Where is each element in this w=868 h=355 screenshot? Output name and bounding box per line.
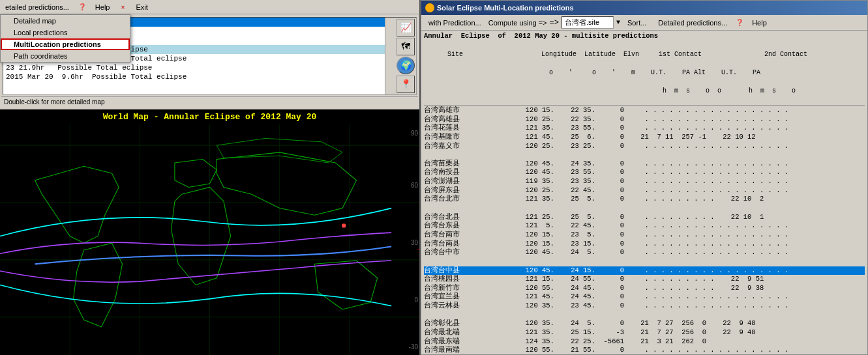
solar-icon [425, 3, 434, 12]
data-row-南投县[interactable]: 台湾南投县 120 45. 23 55. 0 . . . . . . . . .… [424, 168, 865, 177]
data-row-基隆市[interactable]: 台湾基隆市 121 45. 25 6. 0 21 7 11 257 -1 22 … [424, 133, 865, 142]
result-row[interactable]: 23 21.9hr Possible Total eclipse [3, 63, 385, 72]
svg-point-11 [342, 223, 346, 227]
data-row-彰化县[interactable]: 台湾彰化县 120 35. 24 5. 0 21 7 27 256 0 22 9… [424, 319, 865, 328]
data-header-title: Annular Eclipse of 2012 May 20 - multisi… [424, 32, 865, 40]
dropdown-local-predictions[interactable]: Local predictions [1, 27, 130, 38]
map-button[interactable]: 🗺 [397, 38, 415, 55]
map-title: World Map - Annular Eclipse of 2012 May … [0, 109, 419, 124]
right-menu-prediction[interactable]: with Prediction... [424, 17, 486, 29]
menu-exit[interactable]: Exit [133, 3, 150, 12]
site-selector[interactable]: 台湾省.site [561, 16, 614, 29]
data-row-台南市[interactable]: 台湾台南市 120 15. 23 5. 0 . . . . . . . . . … [424, 231, 865, 240]
world-map-svg [0, 124, 419, 355]
right-panel-title: Solar Eclipse Multi-Location predictions [437, 4, 574, 12]
data-spacer-4 [424, 311, 865, 320]
data-row-嘉义市[interactable]: 台湾嘉义市 120 25. 23 25. 0 . . . . . . . . .… [424, 142, 865, 151]
dropdown-multilocation[interactable]: MultiLocation predictions [1, 38, 130, 50]
dropdown-path-coordinates[interactable]: Path coordinates [1, 50, 130, 62]
data-row-高雄县[interactable]: 台湾高雄县 120 25. 22 35. 0 . . . . . . . . .… [424, 115, 865, 124]
status-bar: Double-click for more detailed map [1, 96, 418, 108]
lat-90: 90 [411, 130, 418, 137]
data-row-屏东县[interactable]: 台湾屏东县 120 25. 22 45. 0 . . . . . . . . .… [424, 186, 865, 195]
data-row-最北端[interactable]: 台湾最北端 121 35. 25 15. -3 21 7 27 256 0 22… [424, 328, 865, 337]
data-row-花莲县[interactable]: 台湾花莲县 121 35. 23 55. 0 . . . . . . . . .… [424, 124, 865, 133]
menu-bar: etailed predictions... ❓ Help ✕ Exit [0, 0, 419, 14]
chart-button[interactable]: 📈 [397, 19, 415, 36]
right-menu-sort[interactable]: Sort... [623, 17, 651, 29]
right-title-bar: Solar Eclipse Multi-Location predictions [421, 1, 867, 15]
data-row-新竹市[interactable]: 台湾新竹市 120 55. 24 45. 0 . . . . . . . . .… [424, 284, 865, 293]
help-icon: ❓ [77, 2, 87, 12]
compute-arrow: => [550, 18, 559, 27]
data-spacer-3 [424, 257, 865, 266]
column-headers: Site Longitude Latitude Elvn 1st Contact… [424, 41, 865, 106]
data-content[interactable]: Annular Eclipse of 2012 May 20 - multisi… [421, 31, 867, 354]
map-area: World Map - Annular Eclipse of 2012 May … [0, 109, 419, 355]
right-panel: Solar Eclipse Multi-Location predictions… [421, 0, 868, 355]
compute-label: Compute using => [488, 19, 547, 27]
right-menu-help[interactable]: Help [747, 17, 771, 29]
data-row-最南端[interactable]: 台湾最南端 120 55. 21 55. 0 . . . . . . . . .… [424, 346, 865, 354]
result-row[interactable]: 2015 Mar 20 9.6hr Possible Total eclipse [3, 72, 385, 81]
pin-button[interactable]: 📍 [397, 76, 415, 93]
data-row-台北市[interactable]: 台湾台北市 121 35. 25 5. 0 . . . . . . . . . … [424, 195, 865, 204]
right-menu-bar: with Prediction... Compute using => => 台… [421, 15, 867, 31]
menu-predictions[interactable]: etailed predictions... [3, 3, 72, 12]
exit-icon: ✕ [117, 2, 128, 12]
menu-help[interactable]: Help [93, 3, 113, 12]
data-row-台中市[interactable]: 台湾台中市 120 45. 24 5. 0 . . . . . . . . . … [424, 248, 865, 257]
globe-button[interactable]: 🌍 [397, 57, 415, 74]
lat-neg30: -30 [409, 343, 418, 350]
left-panel: etailed predictions... ❓ Help ✕ Exit Det… [0, 0, 421, 355]
lat-60: 60 [411, 182, 418, 189]
right-help-icon: ❓ [734, 18, 745, 28]
data-row-澎湖县[interactable]: 台湾澎湖县 119 35. 23 35. 0 . . . . . . . . .… [424, 177, 865, 186]
data-row-桃园县[interactable]: 台湾桃园县 121 15. 24 55. 0 . . . . . . . . .… [424, 275, 865, 284]
data-row-台东县[interactable]: 台湾台东县 121 5. 22 45. 0 . . . . . . . . . … [424, 221, 865, 231]
data-row-最东端[interactable]: 台湾最东端 124 35. 22 25. -5661 21 3 21 262 0 [424, 337, 865, 347]
data-row-台北县[interactable]: 台湾台北县 121 25. 25 5. 0 . . . . . . . . . … [424, 213, 865, 222]
data-row-高雄市[interactable]: 台湾高雄市 120 15. 22 35. 0 . . . . . . . . .… [424, 106, 865, 115]
data-row-台中县[interactable]: 台湾台中县 120 45. 24 15. 0 . . . . . . . . .… [424, 266, 865, 276]
results-buttons: 📈 🗺 🌍 📍 [395, 18, 416, 94]
data-spacer-1 [424, 150, 865, 160]
site-dropdown-arrow[interactable]: ▼ [616, 19, 620, 26]
data-row-苗栗县[interactable]: 台湾苗栗县 120 45. 24 35. 0 . . . . . . . . .… [424, 160, 865, 169]
data-row-台南县[interactable]: 台湾台南县 120 15. 23 15. 0 . . . . . . . . .… [424, 240, 865, 249]
dropdown-detailed-map[interactable]: Detailed map [1, 15, 130, 27]
data-row-宜兰县[interactable]: 台湾宜兰县 121 45. 24 45. 0 . . . . . . . . .… [424, 292, 865, 302]
right-menu-detailed[interactable]: Detailed predictions... [653, 17, 732, 29]
data-spacer-2 [424, 204, 865, 213]
data-row-云林县[interactable]: 台湾云林县 120 35. 23 45. 0 . . . . . . . . .… [424, 302, 865, 311]
lat-0: 0 [414, 296, 418, 304]
map-canvas: 90 60 30 0 -30 [0, 124, 419, 355]
results-scrollbar[interactable] [385, 18, 395, 94]
panel-arrow: → [417, 242, 419, 258]
dropdown-menu: Detailed map Local predictions MultiLoca… [0, 14, 130, 63]
